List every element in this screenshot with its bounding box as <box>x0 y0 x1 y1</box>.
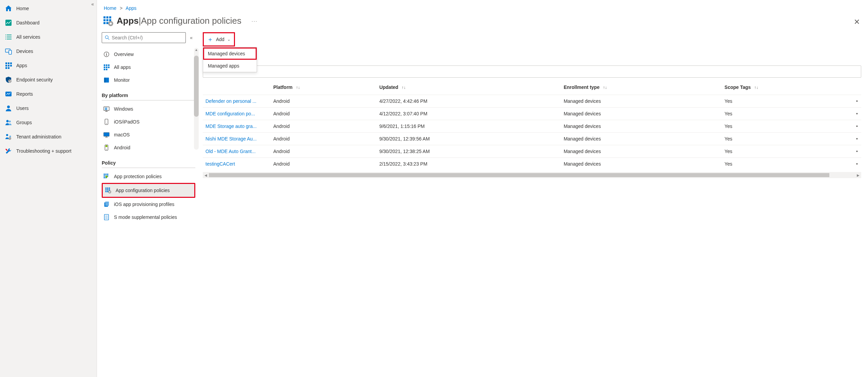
policy-name-link[interactable]: MDE Storage auto gra... <box>203 120 271 133</box>
nav-dashboard[interactable]: Dashboard <box>0 16 97 30</box>
secondary-search-input[interactable] <box>112 35 183 40</box>
row-more-button[interactable]: • <box>851 145 861 158</box>
subnav-s-mode-supplemental-policies[interactable]: S mode supplemental policies <box>102 211 195 224</box>
row-more-button[interactable]: • <box>851 108 861 120</box>
nav-devices[interactable]: Devices <box>0 44 97 58</box>
nav-label: Dashboard <box>16 20 40 25</box>
subnav-overview[interactable]: Overview <box>102 48 195 61</box>
cell-updated: 4/12/2022, 3:07:40 PM <box>377 108 561 120</box>
subnav-label: S mode supplemental policies <box>114 214 177 220</box>
cell-scope: Yes <box>722 95 851 108</box>
subnav-android[interactable]: Android <box>102 141 195 154</box>
secondary-nav: « ▲ Overview All apps Monitor By platfor… <box>97 32 199 377</box>
collapse-secondary-nav-button[interactable]: « <box>190 35 193 40</box>
nav-troubleshooting-support[interactable]: Troubleshooting + support <box>0 144 97 158</box>
breadcrumb-separator: > <box>120 5 122 11</box>
content-area: Home > Apps Apps | App configuration pol… <box>97 0 868 377</box>
subnav-label: Monitor <box>114 77 130 83</box>
cell-platform: Android <box>271 95 377 108</box>
list-icon <box>5 33 12 41</box>
horizontal-scrollbar[interactable]: ◀ ▶ <box>203 172 861 178</box>
cell-updated: 9/30/2021, 12:39:56 AM <box>377 133 561 145</box>
page-subtitle-sep: | <box>139 16 141 26</box>
row-more-button[interactable]: • <box>851 158 861 170</box>
subnav-label: iOS/iPadOS <box>114 119 139 125</box>
cell-platform: Android <box>271 108 377 120</box>
group-icon <box>5 119 12 126</box>
cell-scope: Yes <box>722 108 851 120</box>
subnav-app-protection-policies[interactable]: App protection policies <box>102 170 195 183</box>
breadcrumb-apps[interactable]: Apps <box>126 5 137 11</box>
subnav-macos[interactable]: macOS <box>102 128 195 141</box>
col-updated[interactable]: Updated ↑↓ <box>377 81 561 95</box>
cell-enrollment: Managed devices <box>561 95 722 108</box>
collapse-primary-nav-button[interactable]: « <box>91 1 94 7</box>
col-enrollment-type[interactable]: Enrollment type ↑↓ <box>561 81 722 95</box>
col-platform[interactable]: Platform ↑↓ <box>271 81 377 95</box>
book-icon <box>103 77 110 83</box>
nav-home[interactable]: Home <box>0 1 97 16</box>
subnav-ios-app-provisioning-profiles[interactable]: iOS app provisioning profiles <box>102 198 195 211</box>
row-more-button[interactable]: • <box>851 120 861 133</box>
dropdown-managed-devices[interactable]: Managed devices <box>203 48 257 60</box>
subnav-label: macOS <box>114 132 130 137</box>
subnav-label: Android <box>114 145 130 150</box>
subnav-label: App configuration policies <box>116 188 170 193</box>
search-icon <box>105 35 110 40</box>
subnav-group-policy: Policy <box>102 160 195 168</box>
sort-icon: ↑↓ <box>402 85 406 90</box>
more-actions-button[interactable]: ··· <box>252 18 258 24</box>
row-more-button[interactable]: • <box>851 133 861 145</box>
nav-users[interactable]: Users <box>0 101 97 115</box>
cell-updated: 9/6/2021, 1:15:16 PM <box>377 120 561 133</box>
close-blade-button[interactable]: ✕ <box>854 18 860 26</box>
subnav-label: App protection policies <box>114 174 162 179</box>
info-icon <box>103 51 110 58</box>
secondary-nav-scrollbar[interactable]: ▲ <box>194 48 199 150</box>
policy-name-link[interactable]: Old - MDE Auto Grant... <box>203 145 271 158</box>
subnav-monitor[interactable]: Monitor <box>102 74 195 87</box>
nav-label: Reports <box>16 91 33 97</box>
policy-name-link[interactable]: Nishi MDE Storage Au... <box>203 133 271 145</box>
windows-icon <box>103 106 110 112</box>
cell-scope: Yes <box>722 145 851 158</box>
nav-label: All services <box>16 34 40 40</box>
dropdown-managed-apps[interactable]: Managed apps <box>203 60 257 72</box>
nav-groups[interactable]: Groups <box>0 115 97 130</box>
table-row: Old - MDE Auto Grant... Android 9/30/202… <box>203 145 861 158</box>
nav-label: Tenant administration <box>16 134 61 139</box>
subnav-windows[interactable]: Windows <box>102 102 195 115</box>
doc-lines-icon <box>103 214 110 221</box>
chevron-down-icon: ⌄ <box>227 37 231 42</box>
breadcrumb-home[interactable]: Home <box>104 5 116 11</box>
nav-all-services[interactable]: All services <box>0 30 97 44</box>
sort-icon: ↑↓ <box>754 85 758 90</box>
policy-name-link[interactable]: MDE configuration po... <box>203 108 271 120</box>
cell-platform: Android <box>271 158 377 170</box>
secondary-nav-search[interactable] <box>102 32 186 43</box>
nav-endpoint-security[interactable]: Endpoint security <box>0 73 97 87</box>
nav-apps[interactable]: Apps <box>0 58 97 73</box>
filter-input[interactable] <box>203 65 861 78</box>
subnav-ios-ipados[interactable]: iOS/iPadOS <box>102 115 195 128</box>
ios-icon <box>103 118 110 125</box>
tenant-icon <box>5 133 12 140</box>
scroll-right-arrow-icon[interactable]: ▶ <box>855 173 861 177</box>
mac-icon <box>103 131 110 138</box>
subnav-app-configuration-policies[interactable]: App configuration policies <box>102 183 195 198</box>
nav-reports[interactable]: Reports <box>0 87 97 101</box>
policy-name-link[interactable]: testingCACert <box>203 158 271 170</box>
row-more-button[interactable]: • <box>851 95 861 108</box>
subnav-label: All apps <box>114 64 131 70</box>
subnav-label: Windows <box>114 106 133 112</box>
col-scope-tags[interactable]: Scope Tags ↑↓ <box>722 81 851 95</box>
add-button[interactable]: ＋ Add ⌄ <box>203 32 235 46</box>
page-header: Apps | App configuration policies ··· ✕ <box>97 14 868 32</box>
cell-scope: Yes <box>722 133 851 145</box>
scroll-left-arrow-icon[interactable]: ◀ <box>203 173 209 177</box>
nav-label: Home <box>16 6 29 11</box>
subnav-all-apps[interactable]: All apps <box>102 61 195 74</box>
policy-name-link[interactable]: Defender on personal ... <box>203 95 271 108</box>
nav-tenant-administration[interactable]: Tenant administration <box>0 130 97 144</box>
dashboard-icon <box>5 19 12 26</box>
